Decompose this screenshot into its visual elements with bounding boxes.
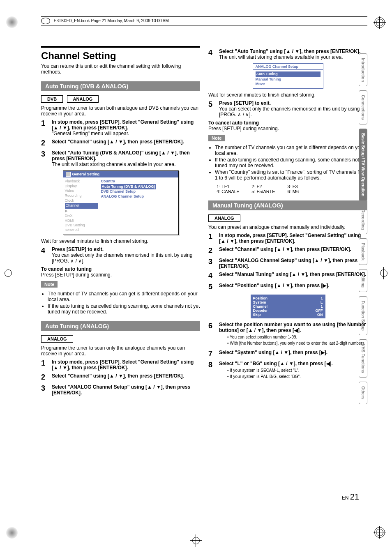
note-label: Note [208,135,225,141]
step: 2Select "Channel" using [▲ / ▼], then pr… [208,246,367,255]
section-heading: Auto Tuning (DVB & ANALOG) [41,81,200,91]
analog-tag: ANALOG [67,95,99,103]
section-desc: You can preset an analogue channel manua… [208,224,367,230]
side-tab: Basic Setup / TV View Operation [359,129,367,201]
cancel-text: Press [SETUP] during scanning. [208,126,367,131]
dvb-tag: DVB [41,95,63,103]
step: 3Select "ANALOG Channel Setup" using [▲ … [208,258,367,269]
reg-mark-icon [2,267,14,279]
analog-channel-setup-screenshot: ANALOG Channel Setup Auto TuningManual T… [253,63,323,89]
step: 1In stop mode, press [SETUP]. Select "Ge… [41,359,200,371]
side-tab: Editing [359,269,367,292]
side-tab: VHS Functions [359,339,367,378]
analog-tag: ANALOG [208,214,240,222]
side-tab: Others [359,382,367,404]
section-desc: Programme the tuner to scan only the ana… [41,345,200,357]
reg-mark-icon [6,16,18,28]
cancel-text: Press [SETUP] during scanning. [41,272,200,278]
step: 3Select "Auto Tuning (DVB & ANALOG)" usi… [41,150,200,167]
post-text: Wait for several minutes to finish chann… [208,92,367,98]
section-heading: Auto Tuning (ANALOG) [41,321,200,331]
side-tab: Introduction [359,53,367,86]
section-desc: Programme the tuner to scan both analogu… [41,105,200,117]
step: 2Select "Channel" using [▲ / ▼], then pr… [41,139,200,147]
header-oval-icon [41,18,50,24]
step: 1In stop mode, press [SETUP]. Select "Ge… [41,119,200,136]
wrench-icon [66,172,71,177]
page-title: Channel Setting [41,46,200,62]
note-label: Note [41,281,58,288]
cancel-heading: To cancel auto tuning [208,120,259,126]
side-tab: Function Setup [359,296,367,335]
analog-tag: ANALOG [41,335,73,343]
header-text: E3TK0FD_EN.book Page 21 Monday, March 9,… [54,18,169,23]
step: 3Select "ANALOG Channel Setup" using [▲ … [41,384,200,396]
step: 5Select "Position" using [▲ / ▼], then p… [208,283,367,291]
step: 1In stop mode, press [SETUP]. Select "Ge… [208,233,367,244]
side-tab: Connections [359,90,367,124]
reg-mark-icon [374,526,386,539]
intro-text: You can retune this unit or edit the cha… [41,63,200,75]
cancel-heading: To cancel auto tuning [41,266,92,272]
side-tab: Playback [359,238,367,265]
reg-mark-icon [378,267,390,279]
general-setting-screenshot: General Setting PlaybackDisplayVideoReco… [63,170,179,235]
step: 2Select "Channel" using [▲ / ▼], then pr… [41,373,200,382]
manual-tuning-screenshot: Position1SystemLChannel1DecoderOFFSkipON [251,295,325,318]
reg-mark-icon [374,16,386,29]
step: 4Select "Manual Tuning" using [▲ / ▼], t… [208,272,367,280]
post-text: Wait for several minutes to finish chann… [41,238,200,244]
reg-mark-icon [6,527,18,539]
section-heading: Manual Tuning (ANALOG) [208,200,367,210]
reg-mark-icon [190,534,202,547]
running-header: E3TK0FD_EN.book Page 21 Monday, March 9,… [41,16,367,25]
page-number: EN 21 [342,492,359,502]
